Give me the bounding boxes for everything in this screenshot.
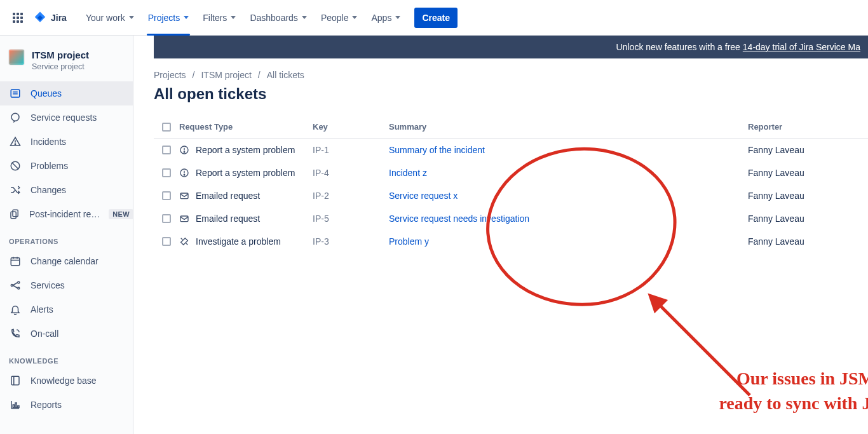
checkbox[interactable]	[162, 214, 171, 223]
table-header-key[interactable]: Key	[313, 116, 389, 139]
nav-people[interactable]: People	[315, 8, 364, 28]
sidebar-item-post-incident[interactable]: Post-incident re… NEW	[0, 202, 133, 226]
calendar-icon	[9, 255, 22, 268]
create-button[interactable]: Create	[414, 8, 458, 28]
request-type-label: Investigate a problem	[196, 236, 281, 247]
banner-text: Unlock new features with a free	[616, 42, 740, 52]
main-content: Unlock new features with a free 14-day t…	[133, 36, 868, 434]
cell-reporter[interactable]: Fanny Laveau	[748, 161, 868, 184]
block-icon	[9, 159, 22, 172]
checkbox-select-all[interactable]	[162, 123, 171, 132]
svg-rect-9	[11, 212, 16, 219]
banner-link[interactable]: 14-day trial of Jira Service Ma	[743, 42, 860, 52]
table-row-checkbox	[154, 185, 179, 207]
jira-logo[interactable]: Jira	[31, 11, 72, 25]
sidebar-item-knowledge-base[interactable]: Knowledge base	[0, 369, 133, 393]
request-type-label: Report a system problem	[196, 168, 295, 178]
svg-rect-30	[180, 193, 188, 199]
sidebar-item-change-calendar[interactable]: Change calendar	[0, 249, 133, 273]
cell-key[interactable]: IP-3	[313, 230, 389, 253]
top-nav: Jira Your work Projects Filters Dashboar…	[0, 0, 868, 36]
sidebar-item-incidents[interactable]: Incidents	[0, 130, 133, 154]
table-row-checkbox	[154, 208, 179, 229]
sidebar: ITSM project Service project Queues Serv…	[0, 36, 133, 434]
summary-link[interactable]: Incident z	[389, 168, 427, 178]
sidebar-item-label: Queues	[31, 88, 62, 98]
svg-rect-22	[15, 403, 17, 408]
nav-dashboards[interactable]: Dashboards	[243, 8, 313, 28]
cell-summary: Incident z	[389, 161, 748, 184]
chevron-down-icon	[352, 16, 357, 19]
checkbox[interactable]	[162, 168, 171, 177]
cell-summary: Summary of the incident	[389, 139, 748, 161]
cell-reporter[interactable]: Fanny Laveau	[748, 230, 868, 253]
project-avatar-icon	[9, 50, 24, 65]
copy-icon	[9, 208, 20, 220]
svg-point-29	[184, 175, 185, 176]
breadcrumb-current[interactable]: All tickets	[267, 70, 304, 80]
svg-point-14	[11, 285, 13, 287]
cell-key[interactable]: IP-1	[313, 139, 389, 161]
cell-key[interactable]: IP-5	[313, 207, 389, 230]
checkbox[interactable]	[162, 191, 171, 200]
sidebar-item-problems[interactable]: Problems	[0, 154, 133, 178]
sidebar-item-queues[interactable]: Queues	[0, 81, 133, 105]
cell-reporter[interactable]: Fanny Laveau	[748, 184, 868, 207]
cell-reporter[interactable]: Fanny Laveau	[748, 207, 868, 230]
nav-your-work[interactable]: Your work	[79, 8, 140, 28]
breadcrumb: Projects / ITSM project / All tickets	[154, 70, 868, 80]
project-subtitle: Service project	[32, 62, 89, 71]
trial-banner: Unlock new features with a free 14-day t…	[154, 36, 868, 58]
sidebar-item-label: Alerts	[31, 304, 53, 315]
summary-link[interactable]: Summary of the incident	[389, 145, 485, 155]
app-switcher-icon[interactable]	[8, 8, 28, 28]
nav-apps[interactable]: Apps	[365, 8, 407, 28]
svg-point-15	[18, 281, 20, 283]
svg-point-5	[15, 144, 16, 145]
cell-request-type: Report a system problem	[179, 161, 313, 184]
cell-key[interactable]: IP-2	[313, 184, 389, 207]
nav-filters[interactable]: Filters	[196, 8, 242, 28]
summary-link[interactable]: Service request needs investigation	[389, 214, 529, 224]
sidebar-item-oncall[interactable]: On-call	[0, 322, 133, 346]
sidebar-item-service-requests[interactable]: Service requests	[0, 105, 133, 130]
sidebar-item-services[interactable]: Services	[0, 273, 133, 297]
warning-circle-icon	[179, 168, 189, 178]
summary-link[interactable]: Problem y	[389, 236, 429, 247]
tickets-table: Request Type Key Summary Reporter Report…	[154, 116, 868, 253]
nav-items: Your work Projects Filters Dashboards Pe…	[79, 8, 407, 28]
project-title: ITSM project	[32, 50, 89, 61]
annotation-text: Our issues in JSM ready to sync with Jir…	[691, 366, 868, 416]
sidebar-section-operations: OPERATIONS	[0, 226, 133, 249]
table-header-summary[interactable]: Summary	[389, 116, 748, 139]
breadcrumb-separator: /	[258, 70, 261, 80]
book-icon	[9, 374, 22, 387]
product-name: Jira	[51, 13, 67, 23]
project-header[interactable]: ITSM project Service project	[0, 47, 133, 81]
nav-projects[interactable]: Projects	[142, 8, 196, 28]
services-icon	[9, 279, 22, 292]
summary-link[interactable]: Service request x	[389, 191, 458, 201]
checkbox[interactable]	[162, 237, 171, 246]
sidebar-item-alerts[interactable]: Alerts	[0, 297, 133, 322]
sidebar-item-label: Incidents	[31, 137, 66, 147]
sidebar-item-label: Knowledge base	[31, 376, 97, 386]
sidebar-item-changes[interactable]: Changes	[0, 178, 133, 202]
table-header-reporter[interactable]: Reporter	[748, 116, 868, 139]
breadcrumb-project-name[interactable]: ITSM project	[201, 70, 251, 80]
table-header-request-type[interactable]: Request Type	[179, 116, 313, 139]
breadcrumb-projects[interactable]: Projects	[154, 70, 186, 80]
chevron-down-icon	[302, 16, 307, 19]
svg-point-26	[184, 152, 185, 153]
sidebar-item-reports[interactable]: Reports	[0, 393, 133, 417]
cell-request-type: Investigate a problem	[179, 230, 313, 253]
table-row-checkbox	[154, 231, 179, 252]
cell-key[interactable]: IP-4	[313, 161, 389, 184]
chevron-down-icon	[184, 16, 189, 19]
mail-icon	[179, 214, 189, 224]
sidebar-item-label: Problems	[31, 161, 68, 171]
cell-reporter[interactable]: Fanny Laveau	[748, 139, 868, 161]
svg-rect-8	[13, 210, 18, 217]
checkbox[interactable]	[162, 146, 171, 154]
chevron-down-icon	[231, 16, 236, 19]
